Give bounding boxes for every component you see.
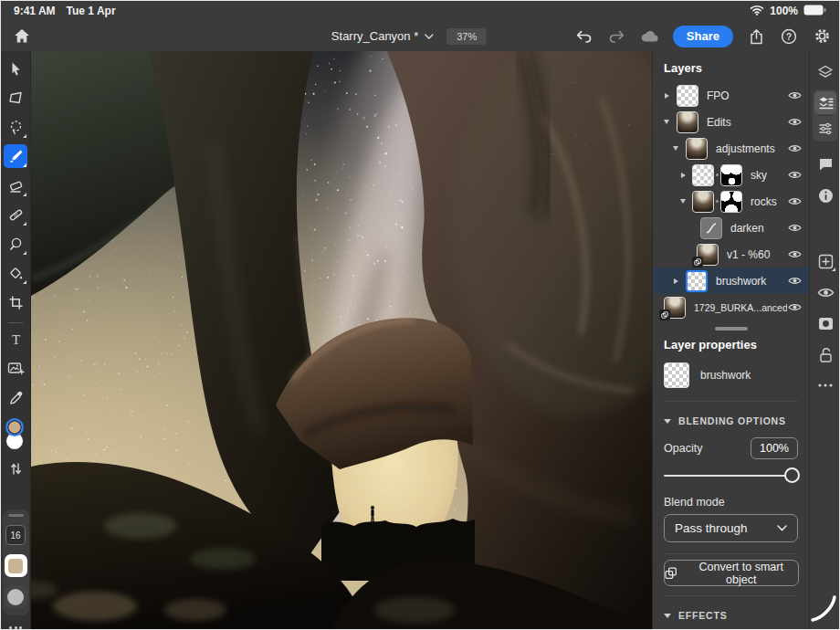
brush-color-fill bbox=[8, 559, 23, 573]
visibility-toggle[interactable] bbox=[787, 302, 802, 312]
redo-icon bbox=[608, 29, 625, 44]
export-button[interactable] bbox=[746, 26, 766, 47]
eyedropper-icon bbox=[8, 390, 24, 405]
visibility-toggle[interactable] bbox=[787, 223, 802, 233]
layer-row-1729[interactable]: 1729_BURKA...anced-NR33 bbox=[653, 294, 809, 320]
layer-mask-button[interactable] bbox=[814, 311, 837, 335]
layer-lock-button[interactable] bbox=[814, 342, 837, 366]
add-layer-button[interactable] bbox=[814, 249, 837, 273]
visibility-toggle[interactable] bbox=[787, 249, 802, 259]
layer-row-edits[interactable]: Edits bbox=[653, 109, 809, 135]
expand-arrow[interactable] bbox=[665, 93, 669, 99]
visibility-toggle[interactable] bbox=[787, 276, 802, 286]
help-button[interactable]: ? bbox=[779, 26, 799, 47]
share-button[interactable]: Share bbox=[673, 26, 733, 47]
color-wells[interactable] bbox=[4, 418, 27, 451]
corner-gesture-swoosh[interactable] bbox=[809, 593, 838, 626]
move-tool[interactable] bbox=[4, 57, 27, 80]
lasso-select-tool[interactable] bbox=[4, 115, 27, 139]
submenu-indicator bbox=[23, 134, 26, 138]
fill-tool[interactable] bbox=[4, 261, 27, 285]
layer-properties-panel-button[interactable] bbox=[814, 91, 836, 114]
layer-row-adjustments[interactable]: adjustments bbox=[653, 135, 809, 162]
collapse-arrow[interactable] bbox=[664, 120, 669, 124]
cloud-sync-button[interactable] bbox=[640, 26, 660, 47]
transform-tool[interactable] bbox=[4, 86, 27, 110]
canvas[interactable] bbox=[31, 51, 652, 630]
layer-thumbnail bbox=[692, 164, 714, 186]
settings-button[interactable] bbox=[812, 26, 832, 47]
opacity-slider[interactable] bbox=[664, 467, 798, 485]
visibility-toggle[interactable] bbox=[787, 90, 802, 100]
eraser-tool[interactable] bbox=[4, 173, 27, 197]
panel-resize-handle[interactable] bbox=[715, 327, 748, 331]
magnifier-tool[interactable] bbox=[4, 232, 27, 256]
blending-options-header[interactable]: BLENDING OPTIONS bbox=[653, 407, 809, 428]
blend-mode-select[interactable]: Pass through bbox=[664, 514, 798, 542]
visibility-toggle[interactable] bbox=[787, 143, 802, 153]
layer-name: FPO bbox=[707, 89, 787, 102]
brush-tool[interactable] bbox=[4, 144, 27, 168]
visibility-toggle[interactable] bbox=[787, 196, 802, 206]
more-tools-button[interactable] bbox=[9, 626, 22, 629]
opacity-value-field[interactable]: 100% bbox=[751, 437, 798, 459]
layer-row-sky[interactable]: sky bbox=[653, 162, 809, 188]
type-tool[interactable]: T bbox=[4, 327, 27, 351]
brush-size-field[interactable]: 16 bbox=[5, 525, 26, 545]
wifi-icon bbox=[750, 5, 764, 18]
swap-colors[interactable] bbox=[4, 457, 27, 480]
more-options-button[interactable] bbox=[814, 373, 837, 397]
effects-header[interactable]: EFFECTS bbox=[653, 602, 809, 623]
type-tool-icon: T bbox=[8, 331, 24, 347]
chevron-down-icon bbox=[664, 614, 671, 618]
info-button[interactable] bbox=[814, 184, 837, 207]
layer-row-rocks[interactable]: rocks bbox=[653, 188, 809, 215]
undo-button[interactable] bbox=[574, 26, 594, 47]
app-toolbar: Starry_Canyon * 37% Share ? bbox=[1, 21, 839, 51]
visibility-toggle[interactable] bbox=[787, 117, 802, 127]
foreground-color-swatch[interactable] bbox=[5, 418, 24, 436]
layer-name: v1 - %60 bbox=[727, 248, 787, 261]
layer-row-brushwork-selected[interactable]: brushwork bbox=[653, 268, 809, 294]
comments-button[interactable] bbox=[814, 152, 837, 176]
layer-row-fpo[interactable]: FPO bbox=[653, 82, 809, 109]
slider-knob[interactable] bbox=[784, 467, 800, 483]
eyedropper-tool[interactable] bbox=[4, 385, 27, 409]
mask-icon bbox=[818, 317, 834, 331]
layer-visibility-button[interactable] bbox=[814, 280, 837, 304]
home-icon bbox=[14, 28, 30, 44]
svg-text:T: T bbox=[11, 331, 19, 346]
convert-smart-object-button[interactable]: Convert to smart object bbox=[664, 560, 799, 586]
status-bar: 9:41 AM Tue 1 Apr 100% bbox=[1, 1, 839, 21]
clock-date: Tue 1 Apr bbox=[67, 5, 116, 17]
brush-tool-icon bbox=[8, 149, 24, 164]
layers-panel-button[interactable] bbox=[814, 60, 837, 84]
collapse-arrow[interactable] bbox=[680, 199, 686, 204]
place-photo-tool[interactable] bbox=[4, 356, 27, 380]
brush-preview[interactable] bbox=[5, 585, 27, 608]
document-title-dropdown[interactable]: Starry_Canyon * bbox=[331, 29, 434, 43]
brush-color-swatch[interactable] bbox=[5, 554, 27, 577]
slider-track[interactable] bbox=[664, 475, 798, 477]
adjustments-panel-button[interactable] bbox=[814, 117, 836, 140]
home-button[interactable] bbox=[10, 25, 34, 48]
expand-arrow[interactable] bbox=[681, 173, 686, 178]
more-icon bbox=[818, 383, 833, 387]
cluster-drag-handle[interactable] bbox=[8, 514, 24, 517]
effects-label: EFFECTS bbox=[678, 610, 727, 621]
expand-arrow[interactable] bbox=[674, 278, 678, 284]
healing-brush-tool[interactable] bbox=[4, 203, 27, 226]
convert-smart-object-label: Convert to smart object bbox=[684, 561, 798, 586]
redo-button[interactable] bbox=[607, 26, 627, 47]
visibility-toggle[interactable] bbox=[787, 170, 802, 180]
submenu-indicator bbox=[832, 268, 835, 271]
crop-tool[interactable] bbox=[4, 290, 27, 314]
smart-object-icon bbox=[665, 567, 677, 580]
layer-row-darken[interactable]: darken bbox=[653, 215, 809, 241]
collapse-arrow[interactable] bbox=[673, 146, 678, 151]
layer-row-v1[interactable]: v1 - %60 bbox=[653, 241, 809, 268]
layer-properties-row: brushwork bbox=[653, 359, 809, 395]
zoom-level-badge[interactable]: 37% bbox=[446, 28, 487, 45]
panel-toggle-group bbox=[813, 89, 838, 142]
cloud-sync-icon bbox=[640, 29, 660, 43]
